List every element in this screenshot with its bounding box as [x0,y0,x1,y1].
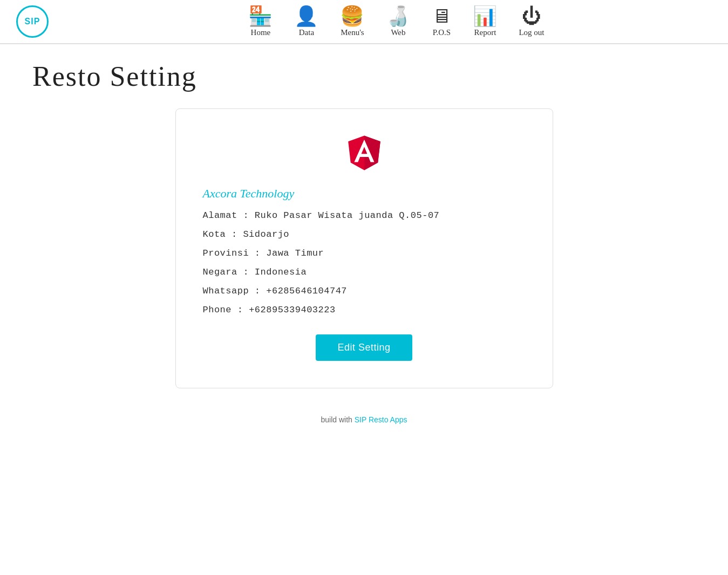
kota-label: Kota [203,229,226,239]
kota-row: Kota : Sidoarjo [203,229,526,239]
page-title-section: Resto Setting [0,44,728,103]
provinsi-row: Provinsi : Jawa Timur [203,248,526,258]
alamat-value: Ruko Pasar Wisata juanda Q.05-07 [255,210,439,221]
nav-menus[interactable]: Menu's [340,6,364,37]
provinsi-label: Provinsi [203,248,249,258]
footer-prefix: build with [321,415,352,424]
nav-home[interactable]: Home [248,6,273,37]
header: SIP Home Data Menu's Web P.O.S Report [0,0,728,44]
nav-menus-label: Menu's [341,28,364,37]
nav-home-label: Home [251,28,271,37]
footer: build with SIP Resto Apps [0,394,728,446]
whatsapp-label: Whatsapp [203,286,249,296]
data-icon [294,6,318,26]
nav-data[interactable]: Data [294,6,318,37]
button-row: Edit Setting [203,334,526,361]
pos-icon [432,6,451,26]
settings-card: Axcora Technology Alamat : Ruko Pasar Wi… [175,108,553,388]
angular-icon [343,131,386,174]
negara-label: Negara [203,267,237,277]
provinsi-value: Jawa Timur [266,248,324,258]
alamat-row: Alamat : Ruko Pasar Wisata juanda Q.05-0… [203,210,526,221]
nav-logout[interactable]: Log out [519,6,544,37]
nav-report-label: Report [474,28,496,37]
company-name: Axcora Technology [203,187,526,201]
logo-text: SIP [25,17,40,26]
phone-row: Phone : +62895339403223 [203,305,526,315]
nav-report[interactable]: Report [473,6,497,37]
logo: SIP [16,5,49,38]
whatsapp-value: +6285646104747 [266,286,347,296]
home-icon [248,6,273,26]
logout-icon [522,6,541,26]
edit-setting-button[interactable]: Edit Setting [316,334,412,361]
menu-icon [340,6,364,26]
phone-value: +62895339403223 [249,305,336,315]
web-icon [386,6,410,26]
nav-pos-label: P.O.S [433,28,451,37]
nav-data-label: Data [299,28,314,37]
nav-logout-label: Log out [519,28,544,37]
angular-logo-container [203,131,526,174]
negara-value: Indonesia [255,267,307,277]
kota-value: Sidoarjo [243,229,289,239]
report-icon [473,6,497,26]
nav-web[interactable]: Web [386,6,410,37]
svg-marker-1 [364,136,380,170]
negara-row: Negara : Indonesia [203,267,526,277]
nav-web-label: Web [391,28,405,37]
main-nav: Home Data Menu's Web P.O.S Report Log ou… [81,6,712,37]
alamat-label: Alamat [203,210,237,221]
nav-pos[interactable]: P.O.S [432,6,451,37]
whatsapp-row: Whatsapp : +6285646104747 [203,286,526,296]
phone-label: Phone [203,305,232,315]
footer-link[interactable]: SIP Resto Apps [355,415,407,424]
page-title: Resto Setting [32,60,696,92]
